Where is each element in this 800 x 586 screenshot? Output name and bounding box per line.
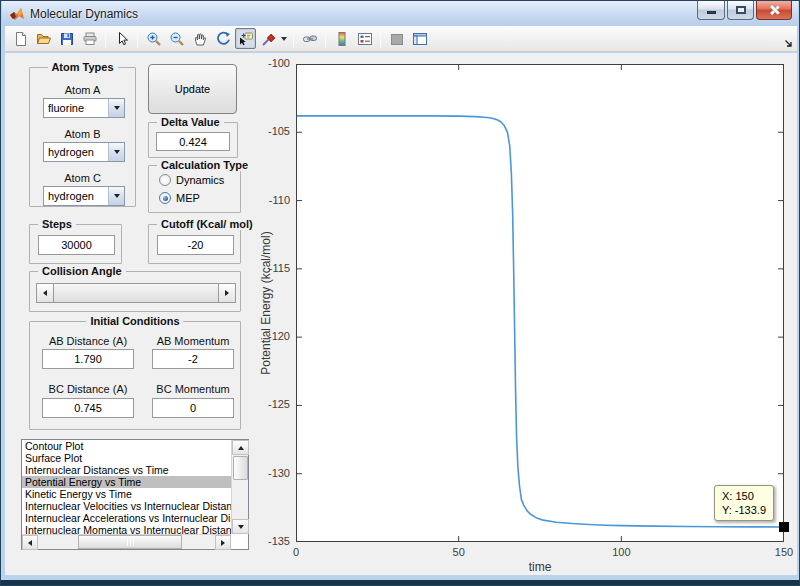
rotate-3d-button[interactable] <box>212 28 233 49</box>
chevron-down-icon[interactable] <box>108 143 124 161</box>
collision-angle-panel: Collision Angle <box>29 271 241 312</box>
pan-tool-button[interactable] <box>189 28 210 49</box>
list-item[interactable]: Internuclear Accelerations vs Internucle… <box>22 512 231 524</box>
plot-canvas <box>296 64 784 542</box>
datatip: X: 150 Y: -133.9 <box>714 485 774 521</box>
cutoff-field[interactable]: -20 <box>157 235 234 255</box>
zoom-out-icon <box>169 31 185 47</box>
y-tick-label: -110 <box>246 194 290 206</box>
zoom-out-button[interactable] <box>166 28 187 49</box>
new-file-icon <box>13 31 29 47</box>
colorbar-icon <box>334 31 350 47</box>
show-plot-tools-button[interactable] <box>409 28 430 49</box>
chart-region: Potential Energy (kcal/mol) X: 150 Y: -1… <box>246 53 797 575</box>
collision-angle-slider[interactable] <box>36 283 236 303</box>
list-item[interactable]: Internuclear Velocities vs Internuclear … <box>22 500 231 512</box>
atom-a-select[interactable]: fluorine <box>43 98 125 118</box>
zoom-in-icon <box>146 31 162 47</box>
zoom-in-button[interactable] <box>143 28 164 49</box>
delta-value-field[interactable]: 0.424 <box>156 132 230 151</box>
matlab-logo-icon <box>9 6 25 22</box>
bc-momentum-field[interactable]: 0 <box>152 398 234 418</box>
chevron-down-icon[interactable] <box>108 99 124 117</box>
panel-title: Cutoff (Kcal/ mol) <box>157 218 257 230</box>
panel-title: Steps <box>38 218 76 230</box>
radio-selected-icon[interactable] <box>159 192 171 204</box>
bc-distance-field[interactable]: 0.745 <box>42 398 134 418</box>
update-button[interactable]: Update <box>148 64 237 114</box>
ab-momentum-label: AB Momentum <box>152 335 234 347</box>
minimize-button[interactable] <box>697 1 725 20</box>
insert-colorbar-button[interactable] <box>331 28 352 49</box>
list-item[interactable]: Kinetic Energy vs Time <box>22 488 231 500</box>
insert-legend-button[interactable] <box>354 28 375 49</box>
y-tick-label: -105 <box>246 125 290 137</box>
panel-title: Initial Conditions <box>86 315 183 327</box>
southeast-arrow-icon <box>784 39 793 48</box>
atom-a-label: Atom A <box>30 84 135 96</box>
atom-c-value: hydrogen <box>44 187 108 205</box>
list-item-selected[interactable]: Potential Energy vs Time <box>22 476 231 488</box>
scroll-left-button[interactable] <box>22 535 38 550</box>
link-plot-button[interactable] <box>299 28 320 49</box>
ab-distance-field[interactable]: 1.790 <box>42 349 134 369</box>
show-plot-tools-icon <box>412 31 428 47</box>
mep-option[interactable]: MEP <box>159 192 200 204</box>
legend-icon <box>357 31 373 47</box>
toolbar-separator <box>137 30 138 48</box>
slider-left-arrow[interactable] <box>37 284 54 302</box>
plot-area[interactable]: X: 150 Y: -133.9 <box>296 64 784 542</box>
horizontal-scroll-thumb[interactable] <box>78 535 182 549</box>
open-file-button[interactable] <box>33 28 54 49</box>
chevron-down-icon[interactable] <box>108 187 124 205</box>
y-tick-label: -100 <box>246 57 290 69</box>
x-tick-label: 100 <box>601 546 641 558</box>
horizontal-scrollbar[interactable] <box>22 534 231 549</box>
scroll-right-button[interactable] <box>215 535 231 550</box>
brush-button[interactable] <box>258 28 279 49</box>
toolbar-overflow-arrow[interactable] <box>784 34 793 52</box>
panel-title: Delta Value <box>157 116 224 128</box>
calculation-type-panel: Calculation Type Dynamics MEP <box>148 165 241 213</box>
window-title: Molecular Dynamics <box>30 7 138 21</box>
new-file-button[interactable] <box>10 28 31 49</box>
delta-value-panel: Delta Value 0.424 <box>148 122 238 158</box>
close-icon <box>769 5 780 16</box>
link-plot-icon <box>302 31 318 47</box>
list-item[interactable]: Contour Plot <box>22 440 231 452</box>
brush-dropdown-icon[interactable] <box>281 37 287 41</box>
save-button[interactable] <box>56 28 77 49</box>
print-button[interactable] <box>79 28 100 49</box>
dynamics-option[interactable]: Dynamics <box>159 174 224 186</box>
minimize-icon <box>707 11 716 14</box>
radio-unselected-icon[interactable] <box>159 174 171 186</box>
pointer-tool-button[interactable] <box>111 28 132 49</box>
cutoff-panel: Cutoff (Kcal/ mol) -20 <box>148 224 241 264</box>
bc-distance-label: BC Distance (A) <box>42 383 134 395</box>
steps-field[interactable]: 30000 <box>38 235 115 255</box>
maximize-button[interactable] <box>727 1 754 20</box>
data-cursor-button[interactable] <box>235 28 256 49</box>
print-icon <box>82 31 98 47</box>
close-button[interactable] <box>756 1 792 20</box>
slider-right-arrow[interactable] <box>218 284 235 302</box>
ab-momentum-field[interactable]: -2 <box>152 349 234 369</box>
atom-c-label: Atom C <box>30 172 135 184</box>
list-item[interactable]: Surface Plot <box>22 452 231 464</box>
datatip-y-value: Y: -133.9 <box>722 503 766 517</box>
list-item[interactable]: Internuclear Momenta vs Internuclear Dis… <box>22 524 231 534</box>
atom-b-label: Atom B <box>30 128 135 140</box>
maximize-icon <box>736 6 746 14</box>
ab-distance-label: AB Distance (A) <box>42 335 134 347</box>
atom-c-select[interactable]: hydrogen <box>43 186 125 206</box>
list-item[interactable]: Internuclear Distances vs Time <box>22 464 231 476</box>
data-cursor-marker[interactable] <box>779 522 789 532</box>
x-axis-label: time <box>500 560 580 574</box>
hide-plot-tools-button[interactable] <box>386 28 407 49</box>
titlebar[interactable]: Molecular Dynamics <box>2 1 798 26</box>
slider-track[interactable] <box>54 284 218 302</box>
toolbar-separator <box>380 30 381 48</box>
atom-types-panel: Atom Types Atom A fluorine Atom B hydrog… <box>29 67 136 207</box>
data-cursor-icon <box>238 31 254 47</box>
atom-b-select[interactable]: hydrogen <box>43 142 125 162</box>
